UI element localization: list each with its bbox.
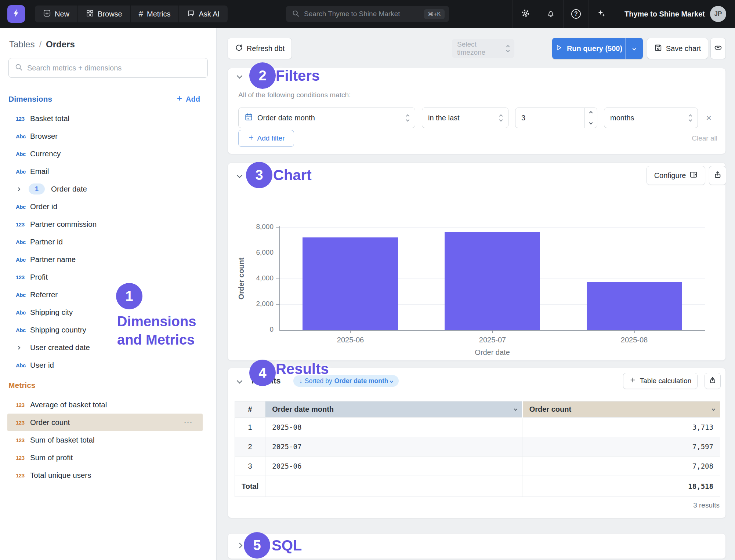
column-header-order-date-month[interactable]: Order date month bbox=[265, 401, 522, 418]
help-button[interactable]: ? bbox=[563, 0, 589, 28]
text-icon: Abc bbox=[16, 292, 28, 298]
table-row: 32025-067,208 bbox=[235, 457, 720, 476]
select-caret-icon bbox=[406, 115, 409, 121]
add-filter-button[interactable]: Add filter bbox=[238, 130, 294, 147]
x-axis-tick bbox=[492, 331, 493, 333]
search-icon bbox=[15, 63, 23, 73]
export-chart-button[interactable] bbox=[709, 166, 726, 185]
field-label: Order date bbox=[51, 185, 87, 193]
sidebar-field-sum-of-profit[interactable]: 123Sum of profit bbox=[0, 449, 217, 466]
sidebar-field-referrer[interactable]: AbcReferrer bbox=[0, 286, 217, 303]
sidebar-field-order-id[interactable]: AbcOrder id bbox=[0, 198, 217, 215]
sidebar-field-user-id[interactable]: AbcUser id bbox=[0, 356, 217, 374]
timezone-select[interactable]: Select timezone bbox=[452, 39, 514, 58]
plus-icon bbox=[248, 134, 254, 143]
ai-sparkles-button[interactable] bbox=[589, 0, 614, 28]
remove-filter-icon[interactable]: × bbox=[706, 113, 712, 123]
filter-unit-select[interactable]: months bbox=[604, 108, 698, 128]
order-date-month-cell[interactable]: 2025-07 bbox=[265, 437, 522, 457]
user-avatar[interactable]: JP bbox=[710, 6, 726, 22]
chevron-down-icon[interactable] bbox=[514, 407, 517, 411]
field-more-menu-icon[interactable]: ⋯ bbox=[184, 418, 192, 427]
breadcrumb-separator: / bbox=[39, 39, 41, 50]
clear-all-button[interactable]: Clear all bbox=[692, 130, 717, 147]
search-icon bbox=[292, 10, 300, 19]
filters-collapse-chevron[interactable] bbox=[237, 73, 243, 79]
number-icon: 123 bbox=[16, 455, 28, 461]
run-query-label: Run query (500) bbox=[567, 44, 622, 53]
y-axis-tick bbox=[276, 304, 279, 305]
sidebar-field-sum-of-basket-total[interactable]: 123Sum of basket total bbox=[0, 431, 217, 449]
global-search-input[interactable]: Search Thyme to Shine Market ⌘+K bbox=[286, 6, 449, 22]
gear-icon bbox=[521, 8, 530, 19]
copy-link-button[interactable] bbox=[710, 38, 726, 59]
bar-2025-06[interactable] bbox=[303, 237, 398, 330]
sidebar-field-total-unique-users[interactable]: 123Total unique users bbox=[0, 466, 217, 484]
column-header-index[interactable]: # bbox=[235, 401, 265, 418]
nav-browse-button[interactable]: Browse bbox=[78, 6, 131, 22]
sidebar-field-email[interactable]: AbcEmail bbox=[0, 163, 217, 180]
table-calculation-button[interactable]: Table calculation bbox=[623, 373, 698, 389]
results-section: Results ↓ Sorted by Order date month Tab… bbox=[228, 368, 726, 518]
refresh-dbt-button[interactable]: Refresh dbt bbox=[228, 38, 292, 59]
order-count-cell[interactable]: 7,597 bbox=[522, 437, 720, 457]
app-logo[interactable] bbox=[7, 5, 25, 23]
run-query-dropdown[interactable] bbox=[625, 38, 643, 59]
configure-button[interactable]: Configure bbox=[647, 166, 705, 185]
sidebar-field-order-date[interactable]: 1Order date bbox=[0, 180, 217, 198]
add-dimension-button[interactable]: Add bbox=[176, 95, 200, 103]
save-chart-button[interactable]: Save chart bbox=[647, 38, 708, 59]
nav-ask-ai-button[interactable]: Ask AI bbox=[179, 6, 228, 22]
column-header-label: Order count bbox=[529, 405, 571, 413]
filter-value-input[interactable]: 3 bbox=[515, 108, 597, 128]
y-axis-tick bbox=[276, 279, 279, 279]
x-axis-tick-label: 2025-08 bbox=[563, 336, 705, 344]
hash-icon: # bbox=[139, 9, 143, 19]
chart-gridline bbox=[279, 227, 705, 228]
filter-value-text: 3 bbox=[515, 108, 584, 128]
run-query-button[interactable]: Run query (500) bbox=[552, 38, 643, 59]
add-dimension-label: Add bbox=[186, 95, 200, 103]
workspace-name[interactable]: Thyme to Shine Market bbox=[614, 0, 715, 28]
sidebar-field-partner-commission[interactable]: 123Partner commission bbox=[0, 215, 217, 233]
number-icon: 123 bbox=[16, 437, 28, 443]
notifications-button[interactable] bbox=[538, 0, 563, 28]
export-results-button[interactable] bbox=[705, 373, 721, 389]
results-collapse-chevron[interactable] bbox=[237, 378, 243, 384]
order-date-month-cell[interactable]: 2025-06 bbox=[265, 457, 522, 476]
settings-button[interactable] bbox=[513, 0, 538, 28]
sidebar-field-profit[interactable]: 123Profit bbox=[0, 268, 217, 286]
filter-operator-select[interactable]: in the last bbox=[422, 108, 508, 128]
fields-search-input[interactable]: Search metrics + dimensions bbox=[8, 58, 208, 78]
breadcrumb-tables-link[interactable]: Tables bbox=[9, 39, 35, 50]
field-label: User id bbox=[30, 361, 54, 370]
sidebar-field-order-count[interactable]: 123Order count⋯ bbox=[7, 414, 203, 431]
chevron-down-icon[interactable] bbox=[712, 407, 716, 411]
sidebar-field-partner-id[interactable]: AbcPartner id bbox=[0, 233, 217, 251]
sidebar-field-basket-total[interactable]: 123Basket total bbox=[0, 110, 217, 127]
field-label: Email bbox=[30, 167, 49, 176]
nav-new-button[interactable]: New bbox=[35, 6, 78, 22]
stepper-up-button[interactable] bbox=[585, 108, 597, 118]
annotation-circle-4: 4 bbox=[249, 360, 276, 386]
text-icon: Abc bbox=[16, 204, 28, 210]
chart-collapse-chevron[interactable] bbox=[237, 172, 243, 178]
nav-metrics-button[interactable]: # Metrics bbox=[131, 6, 179, 22]
order-count-cell[interactable]: 3,713 bbox=[522, 418, 720, 437]
sidebar-field-average-of-basket-total[interactable]: 123Average of basket total bbox=[0, 396, 217, 414]
stepper-down-button[interactable] bbox=[585, 118, 597, 128]
sidebar-field-browser[interactable]: AbcBrowser bbox=[0, 127, 217, 145]
panel-icon bbox=[689, 171, 698, 181]
bar-2025-08[interactable] bbox=[587, 282, 682, 330]
sql-expand-chevron[interactable] bbox=[237, 543, 243, 549]
field-label: Order count bbox=[30, 418, 70, 427]
field-label: Shipping country bbox=[30, 326, 86, 334]
filter-field-select[interactable]: Order date month bbox=[238, 108, 415, 128]
column-header-order-count[interactable]: Order count bbox=[522, 401, 720, 418]
order-count-cell[interactable]: 7,208 bbox=[522, 457, 720, 476]
sidebar-field-currency[interactable]: AbcCurrency bbox=[0, 145, 217, 163]
metrics-list: 123Average of basket total123Order count… bbox=[0, 396, 217, 484]
bar-2025-07[interactable] bbox=[445, 232, 540, 330]
order-date-month-cell[interactable]: 2025-08 bbox=[265, 418, 522, 437]
sidebar-field-partner-name[interactable]: AbcPartner name bbox=[0, 251, 217, 268]
